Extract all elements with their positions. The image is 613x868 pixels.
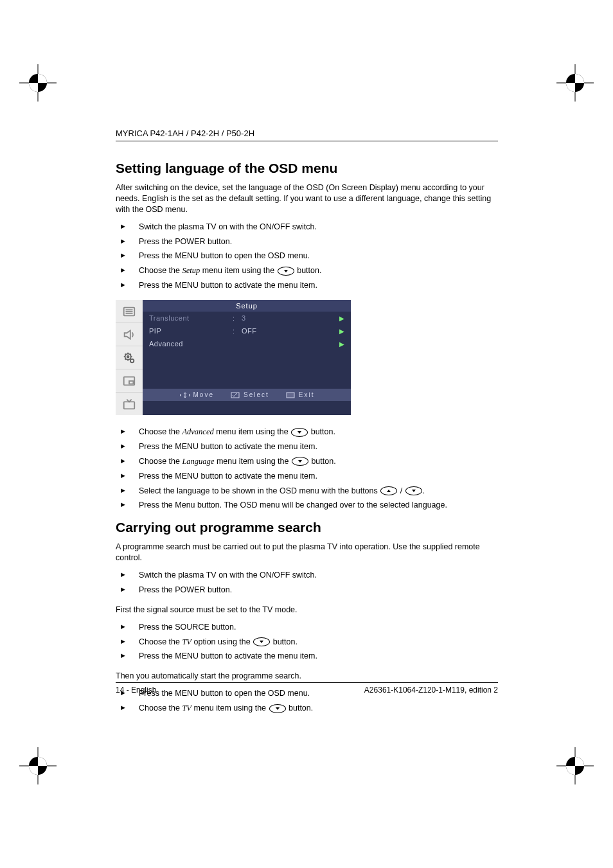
step-item: Press the MENU button to open the OSD me… xyxy=(116,251,498,261)
osd-row: PIP : OFF ▶ xyxy=(143,324,351,337)
page-header: MYRICA P42-1AH / P42-2H / P50-2H xyxy=(116,128,498,141)
down-button-icon xyxy=(278,267,294,276)
step-item: Press the POWER button. xyxy=(116,585,498,596)
down-button-icon xyxy=(291,428,308,437)
step-item: Choose the Advanced menu item using the … xyxy=(116,427,498,438)
step-item: Press the MENU button to activate the me… xyxy=(116,441,498,452)
osd-main: Setup Translucent : 3 ▶ PIP : OFF ▶ Adva… xyxy=(143,300,351,415)
registration-mark-icon xyxy=(19,747,57,784)
picture-icon xyxy=(116,300,143,323)
svg-point-18 xyxy=(130,359,134,362)
up-button-icon xyxy=(380,486,397,495)
arrow-right-icon: ▶ xyxy=(339,328,345,335)
svg-rect-21 xyxy=(124,402,135,409)
step-item: Choose the Language menu item using the … xyxy=(116,456,498,467)
osd-row: Translucent : 3 ▶ xyxy=(143,312,351,324)
step-item: Select the language to be shown in the O… xyxy=(116,486,498,497)
step-item: Switch the plasma TV on with the ON/OFF … xyxy=(116,222,498,233)
osd-title: Setup xyxy=(143,300,351,312)
svg-point-16 xyxy=(125,353,131,359)
footer-right: A26361-K1064-Z120-1-M119, edition 2 xyxy=(364,686,498,695)
down-button-icon xyxy=(253,637,270,646)
page-content: MYRICA P42-1AH / P42-2H / P50-2H Setting… xyxy=(116,128,498,723)
steps-list: Press the SOURCE button. Choose the TV o… xyxy=(116,622,498,662)
footer-left: 14 - English xyxy=(116,686,156,695)
osd-screenshot: Setup Translucent : 3 ▶ PIP : OFF ▶ Adva… xyxy=(116,300,351,415)
svg-rect-23 xyxy=(287,393,294,398)
arrow-right-icon: ▶ xyxy=(339,341,345,348)
step-item: Choose the Setup menu item using the but… xyxy=(116,265,498,276)
paragraph: Then you automatically start the program… xyxy=(116,671,498,682)
page-footer: 14 - English A26361-K1064-Z120-1-M119, e… xyxy=(116,682,498,695)
step-item: Press the Menu button. The OSD menu will… xyxy=(116,500,498,511)
arrow-right-icon: ▶ xyxy=(339,315,345,322)
svg-rect-20 xyxy=(129,381,133,384)
step-item: Switch the plasma TV on with the ON/OFF … xyxy=(116,570,498,581)
osd-row: Advanced ▶ xyxy=(143,337,351,350)
section-heading: Setting language of the OSD menu xyxy=(116,161,498,176)
pip-icon xyxy=(116,369,143,393)
sound-icon xyxy=(116,323,143,346)
paragraph: First the signal source must be set to t… xyxy=(116,605,498,616)
steps-list: Choose the Advanced menu item using the … xyxy=(116,427,498,511)
step-item: Press the MENU button to activate the me… xyxy=(116,280,498,291)
intro-paragraph: A programme search must be carried out t… xyxy=(116,542,498,563)
section-heading: Carrying out programme search xyxy=(116,520,498,535)
steps-list: Switch the plasma TV on with the ON/OFF … xyxy=(116,222,498,291)
tv-icon xyxy=(116,393,143,415)
step-item: Choose the TV option using the button. xyxy=(116,637,498,648)
down-button-icon xyxy=(405,486,422,495)
step-item: Press the SOURCE button. xyxy=(116,622,498,633)
step-item: Press the POWER button. xyxy=(116,236,498,247)
steps-list: Switch the plasma TV on with the ON/OFF … xyxy=(116,570,498,596)
registration-mark-icon xyxy=(556,64,594,102)
step-item: Press the MENU button to activate the me… xyxy=(116,471,498,482)
step-item: Press the MENU button to activate the me… xyxy=(116,651,498,662)
down-button-icon xyxy=(269,704,286,713)
intro-paragraph: After switching on the device, set the l… xyxy=(116,182,498,215)
step-item: Choose the TV menu item using the button… xyxy=(116,703,498,714)
registration-mark-icon xyxy=(556,747,594,784)
down-button-icon xyxy=(292,457,308,466)
osd-sidebar xyxy=(116,300,143,415)
registration-mark-icon xyxy=(19,64,57,102)
osd-footer: Move Select Exit xyxy=(143,389,351,401)
svg-point-17 xyxy=(127,355,129,357)
setup-icon xyxy=(116,346,143,369)
